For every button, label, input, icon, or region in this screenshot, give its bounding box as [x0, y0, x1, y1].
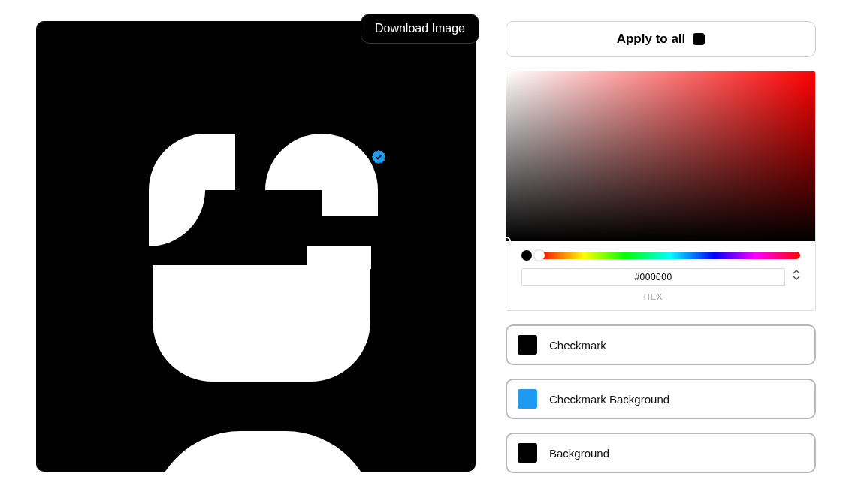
swatch-label: Background: [549, 447, 609, 460]
current-color-swatch: [521, 250, 532, 261]
swatch-color-box: [518, 443, 537, 463]
preview-panel: Download Image: [36, 21, 476, 472]
format-stepper[interactable]: [793, 268, 800, 280]
swatch-label: Checkmark Background: [549, 393, 669, 406]
hue-handle[interactable]: [534, 250, 545, 261]
hue-slider[interactable]: [539, 252, 800, 259]
hex-label: HEX: [521, 292, 785, 301]
abstract-bottom-shape: [150, 431, 376, 472]
chevron-down-icon: [793, 275, 800, 280]
swatch-color-box: [518, 389, 537, 409]
hex-input[interactable]: [521, 268, 785, 286]
swatch-row-checkmark-background[interactable]: Checkmark Background: [506, 379, 816, 419]
download-image-button[interactable]: Download Image: [361, 14, 479, 44]
abstract-logo-shapes: [149, 134, 374, 382]
apply-to-all-label: Apply to all: [617, 32, 686, 47]
swatch-label: Checkmark: [549, 339, 606, 352]
swatch-row-checkmark[interactable]: Checkmark: [506, 324, 816, 365]
preview-canvas: [36, 21, 476, 472]
swatch-row-background[interactable]: Background: [506, 433, 816, 473]
apply-to-all-button[interactable]: Apply to all: [506, 21, 816, 57]
color-picker: HEX: [506, 71, 816, 311]
saturation-area[interactable]: [506, 71, 815, 241]
swatch-color-box: [518, 335, 537, 355]
verified-badge-icon: [370, 149, 387, 165]
chevron-up-icon: [793, 270, 800, 275]
controls-panel: Apply to all HEX: [506, 21, 816, 473]
apply-to-all-swatch: [693, 33, 705, 45]
